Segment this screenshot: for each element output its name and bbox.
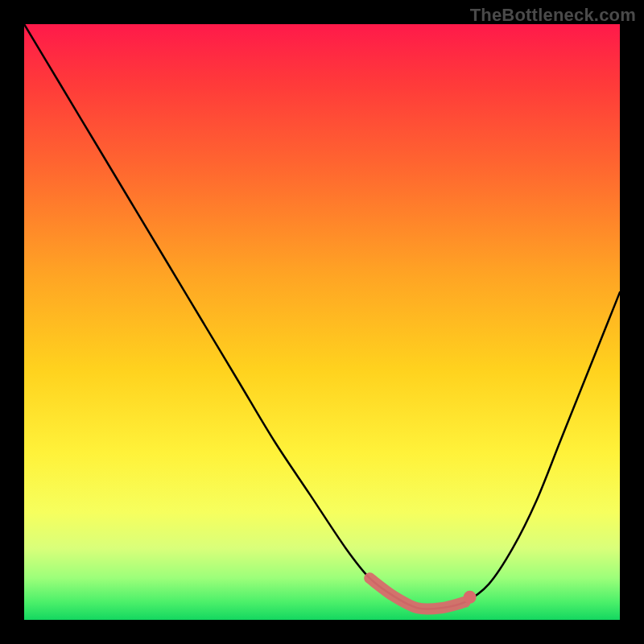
bottleneck-curve [24, 24, 620, 609]
chart-frame: TheBottleneck.com [0, 0, 644, 644]
valley-marker [369, 578, 464, 609]
chart-plot-area [24, 24, 620, 620]
bottleneck-curve-svg [24, 24, 620, 620]
valley-marker-dot [464, 591, 477, 604]
watermark-text: TheBottleneck.com [470, 5, 636, 26]
